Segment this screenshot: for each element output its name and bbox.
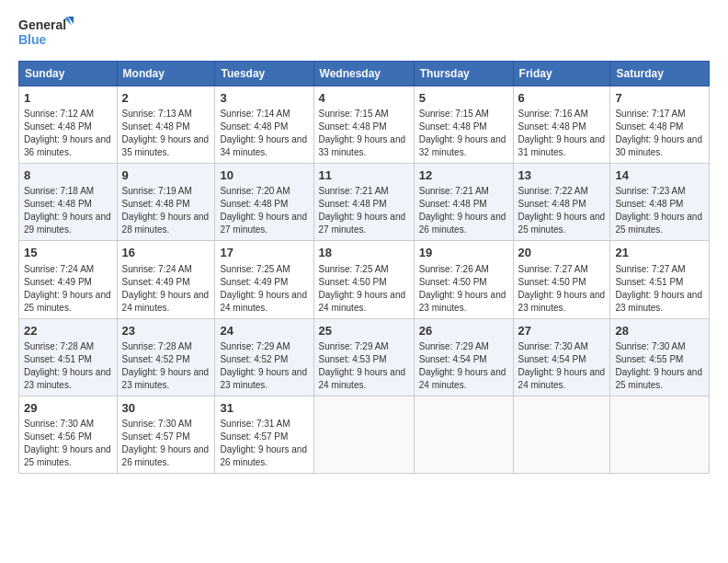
sunset-label: Sunset: 4:54 PM xyxy=(419,354,487,364)
calendar-header-monday: Monday xyxy=(117,62,215,86)
calendar-cell: 4Sunrise: 7:15 AMSunset: 4:48 PMDaylight… xyxy=(313,86,414,164)
calendar-header-row: SundayMondayTuesdayWednesdayThursdayFrid… xyxy=(19,62,710,86)
daylight-label: Daylight: 9 hours and 32 minutes. xyxy=(419,134,506,157)
calendar-week-row: 8Sunrise: 7:18 AMSunset: 4:48 PMDaylight… xyxy=(19,164,710,241)
calendar-cell xyxy=(313,396,414,473)
day-number: 24 xyxy=(220,323,308,339)
calendar-cell xyxy=(610,396,710,473)
daylight-label: Daylight: 9 hours and 27 minutes. xyxy=(319,212,406,235)
sunrise-label: Sunrise: 7:14 AM xyxy=(220,109,290,119)
calendar-cell: 23Sunrise: 7:28 AMSunset: 4:52 PMDayligh… xyxy=(117,318,215,396)
day-number: 29 xyxy=(24,400,112,417)
calendar-cell: 16Sunrise: 7:24 AMSunset: 4:49 PMDayligh… xyxy=(117,241,215,318)
sunset-label: Sunset: 4:48 PM xyxy=(518,199,586,209)
calendar-week-row: 29Sunrise: 7:30 AMSunset: 4:56 PMDayligh… xyxy=(19,396,710,473)
daylight-label: Daylight: 9 hours and 23 minutes. xyxy=(615,290,702,313)
calendar-cell: 29Sunrise: 7:30 AMSunset: 4:56 PMDayligh… xyxy=(19,396,118,473)
svg-text:General: General xyxy=(18,17,66,32)
sunset-label: Sunset: 4:57 PM xyxy=(122,431,190,442)
sunset-label: Sunset: 4:48 PM xyxy=(319,199,387,209)
sunset-label: Sunset: 4:48 PM xyxy=(518,121,586,132)
sunset-label: Sunset: 4:48 PM xyxy=(615,121,683,132)
sunrise-label: Sunrise: 7:29 AM xyxy=(319,341,389,351)
calendar-header-thursday: Thursday xyxy=(414,62,513,86)
calendar-cell: 6Sunrise: 7:16 AMSunset: 4:48 PMDaylight… xyxy=(513,86,610,164)
sunrise-label: Sunrise: 7:24 AM xyxy=(122,264,192,274)
calendar-week-row: 1Sunrise: 7:12 AMSunset: 4:48 PMDaylight… xyxy=(19,86,710,164)
day-number: 13 xyxy=(518,167,606,184)
sunset-label: Sunset: 4:49 PM xyxy=(24,277,92,287)
day-number: 23 xyxy=(122,323,210,339)
daylight-label: Daylight: 9 hours and 24 minutes. xyxy=(518,367,606,390)
sunrise-label: Sunrise: 7:22 AM xyxy=(518,186,588,196)
sunrise-label: Sunrise: 7:30 AM xyxy=(518,341,588,351)
calendar-cell: 13Sunrise: 7:22 AMSunset: 4:48 PMDayligh… xyxy=(513,164,610,241)
calendar-cell: 14Sunrise: 7:23 AMSunset: 4:48 PMDayligh… xyxy=(610,164,710,241)
sunrise-label: Sunrise: 7:28 AM xyxy=(122,341,192,351)
sunset-label: Sunset: 4:52 PM xyxy=(122,354,190,364)
calendar-header-sunday: Sunday xyxy=(19,62,118,86)
day-number: 25 xyxy=(319,323,409,339)
sunset-label: Sunset: 4:48 PM xyxy=(319,121,387,132)
day-number: 26 xyxy=(419,323,508,339)
sunset-label: Sunset: 4:48 PM xyxy=(220,199,288,209)
day-number: 17 xyxy=(220,245,308,261)
daylight-label: Daylight: 9 hours and 26 minutes. xyxy=(122,444,210,467)
sunset-label: Sunset: 4:50 PM xyxy=(518,277,586,287)
daylight-label: Daylight: 9 hours and 27 minutes. xyxy=(220,212,307,235)
sunrise-label: Sunrise: 7:27 AM xyxy=(615,264,685,274)
day-number: 28 xyxy=(615,323,704,339)
day-number: 4 xyxy=(319,90,409,107)
sunset-label: Sunset: 4:48 PM xyxy=(122,121,190,132)
day-number: 6 xyxy=(518,90,606,107)
day-number: 21 xyxy=(615,245,704,261)
day-number: 27 xyxy=(518,323,606,339)
calendar-cell: 12Sunrise: 7:21 AMSunset: 4:48 PMDayligh… xyxy=(414,164,513,241)
calendar-cell: 21Sunrise: 7:27 AMSunset: 4:51 PMDayligh… xyxy=(610,241,710,318)
sunset-label: Sunset: 4:50 PM xyxy=(419,277,487,287)
svg-text:Blue: Blue xyxy=(18,32,47,47)
sunrise-label: Sunrise: 7:21 AM xyxy=(319,186,389,196)
sunrise-label: Sunrise: 7:28 AM xyxy=(24,341,94,351)
sunrise-label: Sunrise: 7:24 AM xyxy=(24,264,94,274)
calendar-cell: 7Sunrise: 7:17 AMSunset: 4:48 PMDaylight… xyxy=(610,86,710,164)
daylight-label: Daylight: 9 hours and 24 minutes. xyxy=(319,290,406,313)
daylight-label: Daylight: 9 hours and 23 minutes. xyxy=(122,367,210,390)
day-number: 11 xyxy=(319,167,409,184)
sunset-label: Sunset: 4:50 PM xyxy=(319,277,387,287)
daylight-label: Daylight: 9 hours and 34 minutes. xyxy=(220,134,307,157)
sunset-label: Sunset: 4:48 PM xyxy=(220,121,288,132)
sunrise-label: Sunrise: 7:16 AM xyxy=(518,109,588,119)
logo: General Blue xyxy=(18,15,74,53)
sunrise-label: Sunrise: 7:30 AM xyxy=(615,341,685,351)
calendar-cell xyxy=(513,396,610,473)
day-number: 10 xyxy=(220,167,308,184)
sunset-label: Sunset: 4:56 PM xyxy=(24,431,92,442)
sunset-label: Sunset: 4:48 PM xyxy=(419,199,487,209)
sunrise-label: Sunrise: 7:18 AM xyxy=(24,186,94,196)
sunrise-label: Sunrise: 7:30 AM xyxy=(24,419,94,429)
sunrise-label: Sunrise: 7:20 AM xyxy=(220,186,290,196)
calendar-cell: 19Sunrise: 7:26 AMSunset: 4:50 PMDayligh… xyxy=(414,241,513,318)
daylight-label: Daylight: 9 hours and 26 minutes. xyxy=(220,444,307,467)
calendar-cell: 28Sunrise: 7:30 AMSunset: 4:55 PMDayligh… xyxy=(610,318,710,396)
day-number: 8 xyxy=(24,167,112,184)
daylight-label: Daylight: 9 hours and 25 minutes. xyxy=(518,212,606,235)
day-number: 9 xyxy=(122,167,210,184)
day-number: 18 xyxy=(319,245,409,261)
calendar-cell xyxy=(414,396,513,473)
day-number: 1 xyxy=(24,90,112,107)
calendar-cell: 8Sunrise: 7:18 AMSunset: 4:48 PMDaylight… xyxy=(19,164,118,241)
sunrise-label: Sunrise: 7:17 AM xyxy=(615,109,685,119)
day-number: 16 xyxy=(122,245,210,261)
daylight-label: Daylight: 9 hours and 35 minutes. xyxy=(122,134,210,157)
day-number: 20 xyxy=(518,245,606,261)
calendar-table: SundayMondayTuesdayWednesdayThursdayFrid… xyxy=(18,61,710,474)
daylight-label: Daylight: 9 hours and 29 minutes. xyxy=(24,212,111,235)
day-number: 12 xyxy=(419,167,508,184)
sunset-label: Sunset: 4:48 PM xyxy=(122,199,190,209)
calendar-cell: 17Sunrise: 7:25 AMSunset: 4:49 PMDayligh… xyxy=(215,241,313,318)
calendar-cell: 10Sunrise: 7:20 AMSunset: 4:48 PMDayligh… xyxy=(215,164,313,241)
sunset-label: Sunset: 4:55 PM xyxy=(615,354,683,364)
daylight-label: Daylight: 9 hours and 25 minutes. xyxy=(615,367,702,390)
